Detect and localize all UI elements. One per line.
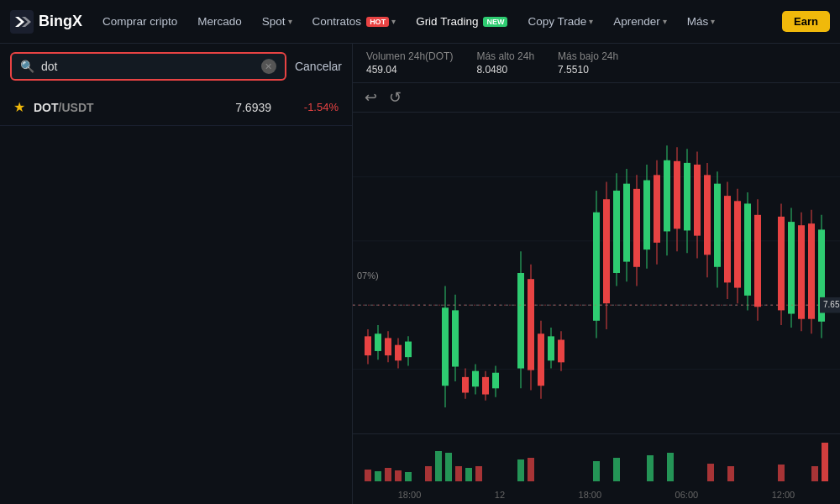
pair-quote: /USDT (59, 101, 94, 114)
nav-item-spot[interactable]: Spot ▾ (254, 10, 301, 33)
svg-rect-93 (425, 466, 432, 481)
time-label-5: 12:00 (772, 490, 795, 500)
volume-chart (353, 434, 840, 485)
contratos-chevron: ▾ (391, 17, 396, 26)
svg-rect-41 (593, 213, 600, 321)
svg-rect-104 (667, 453, 674, 481)
svg-rect-39 (558, 339, 564, 362)
ticker-low: Más bajo 24h 7.5510 (558, 50, 618, 76)
search-results: ★ DOT/USDT 7.6939 -1.54% (0, 89, 352, 504)
svg-rect-57 (674, 161, 680, 229)
svg-rect-17 (405, 342, 412, 358)
svg-rect-99 (517, 459, 524, 481)
svg-rect-69 (734, 201, 741, 287)
navbar: BingX Comprar cripto Mercado Spot ▾ Cont… (0, 0, 840, 44)
ticker-volume-value: 459.04 (366, 64, 453, 76)
nav-item-aprender[interactable]: Aprender ▾ (605, 10, 675, 33)
svg-rect-19 (442, 307, 449, 386)
logo[interactable]: BingX (10, 10, 82, 34)
svg-rect-96 (455, 466, 462, 481)
nav-item-copy-trade[interactable]: Copy Trade ▾ (519, 10, 601, 33)
search-bar: 🔍 ✕ Cancelar (0, 44, 352, 89)
svg-rect-107 (778, 465, 785, 481)
svg-rect-90 (385, 468, 391, 481)
svg-rect-37 (548, 336, 554, 360)
nav-item-mas[interactable]: Más ▾ (679, 10, 724, 33)
svg-rect-29 (492, 373, 499, 389)
mas-chevron: ▾ (711, 17, 715, 26)
svg-text:7.65: 7.65 (823, 300, 840, 309)
svg-rect-35 (538, 333, 544, 386)
svg-rect-59 (684, 163, 690, 231)
svg-rect-94 (435, 451, 442, 481)
svg-rect-100 (528, 458, 534, 481)
ticker-high: Más alto 24h 8.0480 (476, 50, 534, 76)
contratos-badge: HOT (366, 17, 389, 27)
svg-rect-47 (623, 184, 630, 262)
time-label-3: 18:00 (579, 490, 602, 500)
pair-price: 7.6939 (235, 101, 271, 114)
svg-rect-81 (808, 223, 815, 319)
svg-rect-49 (633, 189, 640, 267)
aprender-chevron: ▾ (663, 17, 667, 26)
undo-button[interactable]: ↩ (361, 87, 381, 108)
svg-text:07%): 07%) (357, 270, 379, 281)
svg-rect-13 (385, 338, 391, 355)
candlestick-chart: 07%) (353, 113, 840, 433)
ticker-volume-label: Volumen 24h(DOT) (366, 50, 453, 62)
svg-rect-106 (727, 466, 734, 481)
right-panel: Volumen 24h(DOT) 459.04 Más alto 24h 8.0… (353, 44, 840, 504)
svg-rect-55 (664, 160, 670, 232)
search-clear-button[interactable]: ✕ (261, 59, 276, 74)
nav-item-comprar-cripto[interactable]: Comprar cripto (94, 10, 186, 33)
search-input-wrapper[interactable]: 🔍 ✕ (10, 52, 286, 81)
nav-item-contratos[interactable]: Contratos HOT ▾ (304, 10, 405, 33)
list-item[interactable]: ★ DOT/USDT 7.6939 -1.54% (0, 89, 352, 126)
svg-rect-27 (482, 377, 489, 395)
svg-rect-51 (643, 181, 650, 250)
svg-rect-67 (724, 196, 731, 282)
ticker-high-value: 8.0480 (476, 64, 534, 76)
volume-area (353, 433, 840, 484)
svg-rect-21 (452, 310, 459, 366)
pair-name: DOT/USDT (34, 101, 94, 114)
svg-rect-73 (754, 215, 761, 307)
logo-icon (10, 10, 34, 34)
earn-button[interactable]: Earn (782, 11, 830, 32)
svg-rect-89 (375, 471, 381, 481)
ticker-high-label: Más alto 24h (476, 50, 534, 62)
svg-rect-53 (654, 175, 660, 243)
ticker-low-label: Más bajo 24h (558, 50, 618, 62)
cancel-button[interactable]: Cancelar (295, 60, 342, 73)
ticker-low-value: 7.5510 (558, 64, 618, 76)
svg-rect-91 (395, 470, 402, 481)
svg-rect-98 (475, 466, 482, 481)
svg-rect-103 (647, 455, 654, 481)
redo-button[interactable]: ↺ (386, 87, 405, 108)
copy-trade-chevron: ▾ (589, 17, 593, 26)
svg-rect-65 (714, 184, 721, 267)
spot-chevron: ▾ (288, 17, 292, 26)
ticker-bar: Volumen 24h(DOT) 459.04 Más alto 24h 8.0… (353, 44, 840, 83)
pair-change: -1.54% (288, 101, 339, 113)
star-icon[interactable]: ★ (13, 99, 25, 115)
nav-item-mercado[interactable]: Mercado (189, 10, 250, 33)
svg-rect-101 (593, 461, 600, 481)
svg-rect-31 (517, 273, 524, 369)
svg-rect-95 (445, 453, 452, 481)
svg-rect-75 (778, 217, 785, 311)
time-axis: 18:00 12 18:00 06:00 12:00 (353, 484, 840, 504)
grid-trading-badge: NEW (483, 17, 507, 27)
svg-rect-109 (822, 443, 828, 481)
svg-rect-63 (704, 175, 711, 255)
nav-item-grid-trading[interactable]: Grid Trading NEW (407, 10, 516, 33)
svg-rect-97 (465, 468, 472, 481)
svg-rect-105 (707, 464, 714, 481)
svg-rect-102 (613, 458, 620, 481)
pair-base: DOT (34, 101, 59, 114)
ticker-volume: Volumen 24h(DOT) 459.04 (366, 50, 453, 76)
svg-rect-15 (395, 345, 402, 361)
chart-toolbar: ↩ ↺ (353, 83, 840, 113)
svg-rect-77 (788, 222, 795, 313)
search-input[interactable] (41, 60, 255, 73)
